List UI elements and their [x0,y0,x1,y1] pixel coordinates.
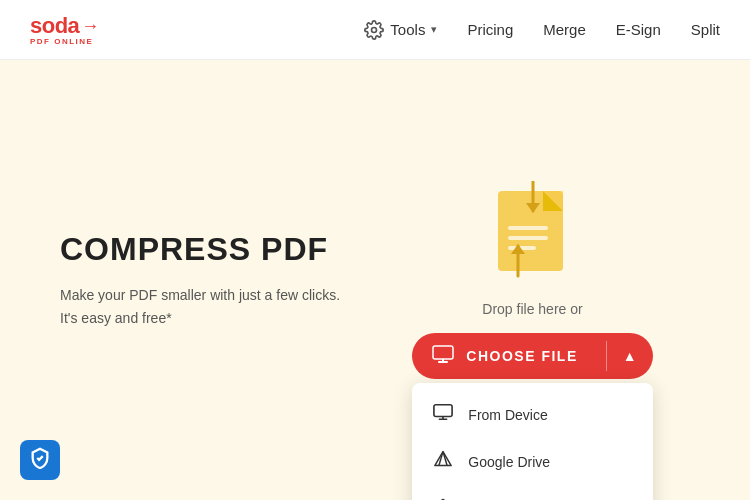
btn-main-area[interactable]: CHOOSE FILE [412,333,605,379]
dropdown-menu: From Device Google Drive [412,383,652,500]
from-device-label: From Device [468,407,547,423]
nav-esign[interactable]: E-Sign [616,21,661,38]
left-content: COMPRESS PDF Make your PDF smaller with … [60,231,375,329]
svg-point-0 [372,27,377,32]
dropdown-from-device[interactable]: From Device [412,391,652,438]
logo-arrow: → [81,16,99,37]
pdf-icon-wrapper [488,181,578,285]
nav: Tools ▾ Pricing Merge E-Sign Split [364,20,720,40]
google-drive-label: Google Drive [468,454,550,470]
choose-file-label: CHOOSE FILE [466,348,577,364]
nav-tools[interactable]: Tools ▾ [364,20,437,40]
main-content: COMPRESS PDF Make your PDF smaller with … [0,60,750,500]
shield-svg [29,447,51,469]
choose-file-area: CHOOSE FILE ▲ From D [412,333,652,379]
nav-pricing[interactable]: Pricing [467,21,513,38]
nav-merge[interactable]: Merge [543,21,586,38]
tools-icon [364,20,384,40]
logo-sub: PDF ONLINE [30,37,99,46]
chevron-up-icon: ▲ [623,348,637,364]
svg-rect-14 [434,405,452,417]
page-title: COMPRESS PDF [60,231,375,268]
drive-svg [433,450,453,468]
logo[interactable]: soda → PDF ONLINE [30,13,99,46]
pdf-document-icon [488,181,578,281]
tools-label: Tools [390,21,425,38]
dropdown-dropbox[interactable]: Dropbox [412,485,652,500]
svg-rect-6 [508,246,536,250]
monitor-svg [432,345,454,363]
google-drive-icon [432,450,454,473]
svg-rect-5 [508,236,548,240]
svg-rect-4 [508,226,548,230]
header: soda → PDF ONLINE Tools ▾ Pricing Merge … [0,0,750,60]
drop-text: Drop file here or [482,301,582,317]
dropdown-google-drive[interactable]: Google Drive [412,438,652,485]
right-content: Drop file here or CHOOSE FILE [375,181,690,379]
page-description-line1: Make your PDF smaller with just a few cl… [60,284,375,306]
page-description-line2: It's easy and free* [60,307,375,329]
device-monitor-svg [433,403,453,421]
svg-rect-11 [433,346,453,359]
security-badge[interactable] [20,440,60,480]
logo-text: soda [30,13,79,39]
nav-split[interactable]: Split [691,21,720,38]
btn-chevron[interactable]: ▲ [607,333,653,379]
shield-check-icon [29,447,51,474]
chevron-down-icon: ▾ [431,23,437,36]
monitor-icon [432,345,454,368]
device-icon [432,403,454,426]
choose-file-button[interactable]: CHOOSE FILE ▲ [412,333,652,379]
